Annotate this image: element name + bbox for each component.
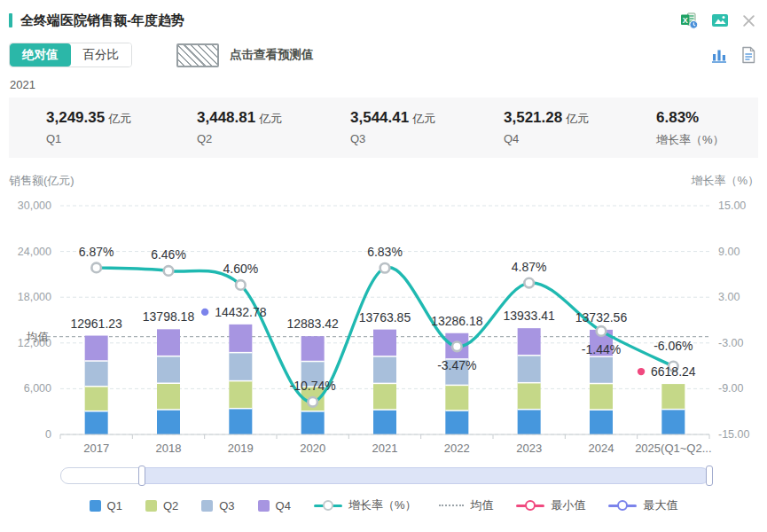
bar-segment-q1[interactable] [157, 410, 180, 434]
bar-separator [85, 360, 108, 362]
bar-segment-q1[interactable] [229, 409, 252, 434]
bar-separator [301, 361, 325, 363]
growth-marker[interactable] [380, 263, 390, 273]
bar-separator [590, 409, 613, 411]
bar-separator [85, 386, 108, 387]
legend-item-增长率（%）[interactable]: 增长率（%） [314, 497, 417, 513]
bar-separator [518, 409, 541, 411]
bar-segment-q2[interactable] [518, 383, 541, 410]
bar-chart-icon[interactable] [710, 46, 728, 64]
growth-marker[interactable] [91, 263, 101, 273]
growth-marker[interactable] [452, 342, 462, 352]
bar-segment-q1[interactable] [301, 411, 325, 434]
bar-separator [229, 380, 252, 382]
tab-absolute-value[interactable]: 绝对值 [10, 43, 71, 66]
legend-symbol [258, 500, 270, 512]
legend-label: Q4 [276, 499, 291, 512]
bar-segment-q3[interactable] [85, 361, 108, 387]
bar-separator [445, 385, 468, 387]
bar-segment-q4[interactable] [301, 336, 325, 361]
forecast-hatch-swatch[interactable] [176, 43, 219, 67]
bar-total-label: 12883.42 [286, 317, 339, 331]
legend-item-Q3[interactable]: Q3 [201, 499, 234, 512]
bar-total-label: 13763.85 [359, 310, 411, 325]
legend-symbol [314, 500, 342, 512]
excel-export-icon[interactable]: X [679, 11, 699, 30]
legend-item-最小值[interactable]: 最小值 [516, 497, 585, 513]
bar-segment-q4[interactable] [518, 328, 541, 356]
close-icon[interactable] [741, 13, 756, 28]
bar-segment-q3[interactable] [229, 353, 252, 381]
bar-separator [373, 356, 396, 357]
bar-segment-q4[interactable] [157, 329, 180, 356]
toolbar-icons [710, 46, 756, 64]
bar-separator [590, 383, 613, 385]
left-axis-tick: 6,000 [24, 382, 51, 395]
growth-marker[interactable] [236, 280, 246, 290]
bar-separator [157, 409, 180, 411]
stat-item-Q4: 3,521.28亿元Q4 [504, 109, 589, 145]
mean-line-label: 均值 [26, 331, 49, 343]
bar-segment-q2[interactable] [590, 384, 613, 411]
forecast-control: 点击查看预测值 [176, 43, 314, 67]
growth-marker[interactable] [524, 278, 534, 288]
bar-segment-q2[interactable] [373, 383, 396, 410]
data-zoom-slider[interactable] [60, 467, 709, 484]
growth-marker[interactable] [308, 397, 317, 407]
legend-label: 最大值 [643, 497, 677, 513]
bar-segment-q1[interactable] [518, 410, 541, 434]
left-axis-tick: 18,000 [18, 291, 51, 303]
legend-symbol [608, 500, 637, 512]
bar-segment-q3[interactable] [373, 356, 396, 383]
bar-total-label: 12961.23 [70, 317, 122, 331]
image-export-icon[interactable] [711, 12, 729, 29]
bar-segment-q3[interactable] [590, 356, 613, 383]
growth-label: 6.87% [79, 245, 114, 259]
growth-marker[interactable] [164, 266, 174, 276]
chart-legend: Q1Q2Q3Q4增长率（%）均值最小值最大值 [0, 497, 767, 513]
bar-segment-q4[interactable] [85, 336, 108, 362]
trend-chart[interactable]: 30,00015.0024,0009.0018,0003.0012,000-3.… [0, 167, 767, 463]
growth-label: 4.60% [223, 262, 258, 276]
report-icon[interactable] [740, 46, 756, 64]
data-zoom-unselected-region[interactable] [60, 467, 142, 484]
growth-marker[interactable] [597, 326, 607, 336]
data-zoom-right-handle[interactable] [706, 466, 713, 486]
min-value-marker [638, 368, 645, 375]
bar-segment-q2[interactable] [661, 384, 685, 410]
tab-percentage[interactable]: 百分比 [71, 43, 132, 66]
legend-item-均值[interactable]: 均值 [439, 497, 493, 513]
category-label: 2019 [228, 442, 254, 455]
left-axis-tick: 24,000 [18, 246, 51, 258]
left-axis-tick: 30,000 [18, 200, 51, 212]
bar-segment-q2[interactable] [445, 385, 468, 411]
legend-item-Q4[interactable]: Q4 [258, 499, 291, 512]
stat-item-Q1: 3,249.35亿元Q1 [46, 109, 131, 145]
legend-symbol [145, 500, 157, 512]
bar-segment-q3[interactable] [518, 356, 541, 383]
right-axis-title: 增长率（%） [690, 174, 759, 187]
bar-segment-q1[interactable] [373, 410, 396, 434]
right-axis-tick: 9.00 [718, 246, 740, 258]
bar-segment-q1[interactable] [85, 411, 108, 434]
bar-total-label: 14432.78 [215, 305, 267, 319]
bar-segment-q1[interactable] [590, 410, 613, 434]
data-zoom-left-handle[interactable] [138, 466, 145, 486]
svg-text:X: X [683, 16, 688, 25]
bar-segment-q4[interactable] [229, 325, 252, 353]
bar-segment-q3[interactable] [157, 356, 180, 384]
legend-label: 增长率（%） [348, 497, 417, 513]
bar-segment-q4[interactable] [373, 330, 396, 356]
legend-item-Q2[interactable]: Q2 [145, 499, 178, 512]
legend-item-最大值[interactable]: 最大值 [608, 497, 677, 513]
category-label: 2018 [156, 442, 182, 455]
data-zoom-selected-region[interactable] [142, 467, 709, 484]
bar-segment-q1[interactable] [661, 410, 685, 434]
bar-segment-q1[interactable] [445, 411, 468, 434]
legend-item-Q1[interactable]: Q1 [90, 499, 122, 512]
stats-panel: 3,249.35亿元Q13,448.81亿元Q23,544.41亿元Q33,52… [9, 98, 758, 158]
bar-segment-q2[interactable] [229, 381, 252, 409]
category-label: 2017 [83, 442, 109, 455]
bar-segment-q2[interactable] [157, 383, 180, 410]
bar-segment-q2[interactable] [85, 387, 108, 411]
